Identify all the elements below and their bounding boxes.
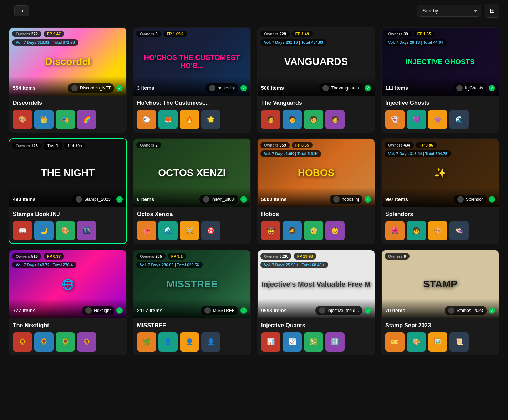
filters-button[interactable]: ›: [14, 5, 29, 16]
owners-badge: Owners 2: [136, 142, 161, 148]
thumb-image: 🧑: [304, 110, 323, 129]
card-info: Octos Xenzia 🐙 🌊 ⚔️ 🎯: [133, 207, 250, 243]
collection-card-hobos[interactable]: HOBOS Owners 959FP 3.55Vol. 7 Days 1.9K …: [257, 138, 375, 244]
thumb-image: 🌃: [77, 221, 96, 240]
collection-name: Discordels: [13, 100, 123, 106]
sort-select[interactable]: Sort by Volume Floor Price Items Owners: [417, 5, 481, 17]
thumb-image: 🎫: [385, 332, 405, 352]
collection-card-splendors[interactable]: ✨ Owners 434FP 0.86Vol. 7 Days 313.44 | …: [381, 138, 499, 244]
creator-pill: hobos.inj: [205, 83, 238, 93]
collection-name: Splendors: [385, 211, 495, 217]
verified-icon: ✓: [240, 196, 247, 203]
collection-card-stamps-book[interactable]: THE NIGHT Owners 128 Tier 111d 19h 490 I…: [9, 138, 127, 244]
card-badges: Owners 959FP 3.55Vol. 7 Days 1.9K | Tota…: [260, 142, 372, 157]
card-thumbnails: 🌻 🌻 🌻 🌻: [13, 332, 123, 352]
card-info: The Vanguards 🧑 🧑 🧑 🧑: [258, 96, 375, 132]
collection-card-octos-xenzia[interactable]: OCTOS XENZI Owners 2 6 Items injlwn_8ll6…: [133, 138, 251, 244]
creator-pill: Injective (the d...: [315, 306, 362, 315]
collection-card-injective-quants[interactable]: Injective's Most Valuable Free M Owners …: [257, 250, 375, 355]
thumb-image: 🐙: [137, 221, 156, 240]
thumb-image: 🌿: [137, 332, 156, 352]
thumb-image: 🌻: [34, 332, 54, 352]
collection-name: Octos Xenzia: [137, 211, 247, 217]
card-badges: Owners 516FP 0.37Vol. 7 Days 148.72 | To…: [12, 253, 123, 268]
creator-name: Discordels_NFT: [80, 86, 111, 91]
card-badges: Owners 39FP 1.65Vol. 7 Days 29.13 | Tota…: [385, 31, 496, 46]
collection-name: Injective Ghosts: [385, 100, 495, 106]
creator-pill: Discordels_NFT: [68, 83, 114, 93]
card-info: Discordels 🎨 👑 🎭 🌈: [9, 96, 126, 132]
owners-badge: Owners 3.2K: [260, 253, 291, 260]
thumb-image: 👴: [304, 221, 323, 240]
fp-badge: FP 13.98: [294, 253, 316, 260]
items-count: 490 Items: [13, 196, 36, 202]
fp-badge: FP 3.55: [292, 142, 313, 148]
verified-icon: ✓: [489, 307, 495, 314]
card-info: Stamps Book.INJ 📖 🌙 🎨 🌃: [9, 207, 126, 243]
card-badges: Owners 2: [136, 142, 248, 148]
card-thumbnails: 🧑 🧑 🧑 🧑: [261, 110, 371, 129]
creator-pill: MISSTREE: [201, 306, 238, 315]
thumb-image: 🌺: [385, 221, 405, 240]
collection-card-misstree[interactable]: MISSTREE Owners 205FP 3.1Vol. 7 Days 286…: [133, 250, 251, 355]
card-badges: Owners 205FP 3.1Vol. 7 Days 286.69 | Tot…: [136, 253, 248, 268]
thumb-image: 👾: [428, 110, 447, 129]
thumb-image: 👶: [325, 221, 345, 240]
thumb-image: 🤠: [261, 221, 280, 240]
verified-icon: ✓: [116, 307, 123, 314]
card-badges: Owners 3FP 1.69K: [136, 31, 248, 37]
thumb-image: 🧑: [261, 110, 280, 129]
thumb-image: 📖: [13, 221, 32, 240]
verified-icon: ✓: [116, 85, 123, 91]
card-thumbnails: 🐙 🌊 ⚔️ 🎯: [137, 221, 247, 240]
thumb-image: 📜: [449, 332, 469, 352]
creator-pill: InjGhosts: [453, 83, 487, 93]
collection-name: Injective Quants: [261, 322, 371, 329]
owners-badge: Owners 205: [136, 253, 166, 260]
creator-avatar: [448, 307, 454, 314]
collection-card-nextlight[interactable]: 🌐 Owners 516FP 0.37Vol. 7 Days 148.72 | …: [9, 250, 127, 355]
card-thumbnails: 🐑 🦊 🔥 🌟: [137, 110, 247, 129]
card-image-area: 🌐 Owners 516FP 0.37Vol. 7 Days 148.72 | …: [9, 250, 126, 318]
card-thumbnails: 📖 🌙 🎨 🌃: [13, 221, 123, 240]
card-bottom-bar: 490 Items Stamps_2023 ✓: [9, 188, 126, 207]
collection-card-hochos[interactable]: HO'CHOS THE CUSTOMEST HO'B... Owners 3FP…: [133, 27, 251, 133]
creator-avatar: [204, 307, 211, 314]
items-count: 777 Items: [13, 308, 36, 313]
chevron-right-icon: ›: [22, 8, 24, 14]
card-thumbnails: 📊 📈 💹 🔢: [261, 332, 371, 352]
verified-icon: ✓: [240, 307, 247, 314]
creator-pill: Nextlight: [82, 306, 114, 315]
card-badges: Owners 6: [385, 253, 496, 260]
creator-name: InjGhosts: [465, 86, 483, 91]
header-controls: Sort by Volume Floor Price Items Owners …: [417, 4, 499, 18]
vol-badge: Vol. 7 Days 318.91 | Total 872.78: [12, 39, 78, 46]
collection-card-vanguards[interactable]: VANGUARDS Owners 228FP 1.49Vol. 7 Days 2…: [257, 27, 375, 133]
collection-card-discordels[interactable]: Discordel Owners 272FP 2.47Vol. 7 Days 3…: [9, 27, 127, 133]
card-bottom-bar: 5000 Items hobos.inj ✓: [258, 188, 375, 207]
thumb-image: 🌻: [13, 332, 32, 352]
grid-view-button[interactable]: ⊞: [485, 4, 499, 18]
creator-name: injlwn_8ll68j: [212, 197, 235, 202]
card-thumbnails: 👻 💜 👾 🌊: [385, 110, 495, 129]
verified-icon: ✓: [365, 307, 371, 314]
thumb-image: 👑: [34, 110, 54, 129]
card-thumbnails: 🌺 🧑 🎨 👒: [385, 221, 495, 240]
thumb-image: 🧔: [283, 221, 302, 240]
grid-icon: ⊞: [489, 7, 495, 14]
thumb-image: 🖼️: [428, 332, 447, 352]
collection-name: MISSTREE: [137, 322, 247, 329]
collection-card-stamp-sept-2023[interactable]: STAMP Owners 6 70 Items Stamps_2023 ✓ St…: [381, 250, 499, 355]
creator-name: hobos.inj: [342, 197, 359, 202]
items-count: 500 Items: [261, 85, 284, 91]
verified-icon: ✓: [365, 196, 371, 203]
card-info: Injective Ghosts 👻 💜 👾 🌊: [382, 96, 499, 132]
card-image-area: HO'CHOS THE CUSTOMEST HO'B... Owners 3FP…: [133, 28, 250, 96]
verified-icon: ✓: [489, 196, 495, 203]
card-bottom-bar: 2117 Items MISSTREE ✓: [133, 299, 250, 318]
creator-avatar: [203, 196, 209, 203]
collection-card-injective-ghosts[interactable]: INJECTIVE GHOSTS Owners 39FP 1.65Vol. 7 …: [381, 27, 499, 133]
thumb-image: 👻: [385, 110, 405, 129]
verified-icon: ✓: [240, 85, 247, 91]
owners-badge: Owners 272: [12, 31, 41, 37]
